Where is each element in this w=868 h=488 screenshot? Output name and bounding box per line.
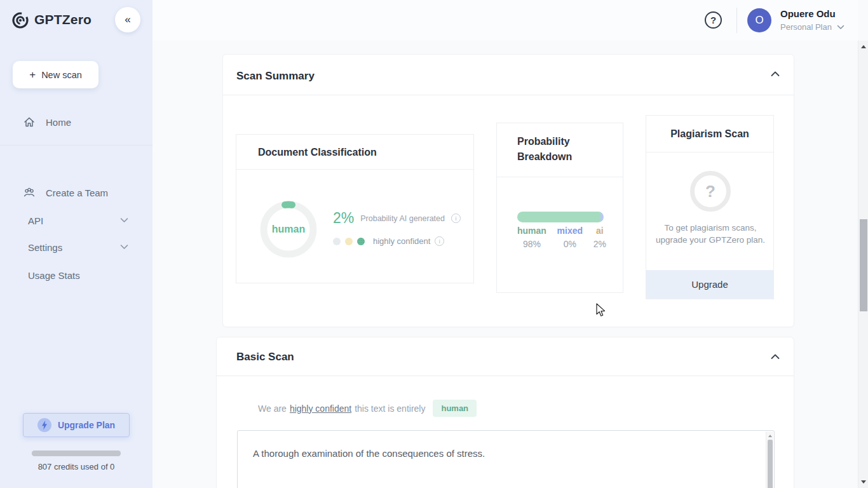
scrollbar-up-arrow[interactable] <box>861 45 866 48</box>
legend-ai-label: ai <box>593 226 606 236</box>
chevron-down-icon <box>120 218 128 224</box>
probability-bar-human-segment <box>517 212 600 222</box>
credits-progress-fill <box>32 451 121 456</box>
card-header: Probability Breakdown <box>497 123 623 177</box>
logo-text: GPTZero <box>34 12 92 27</box>
ai-probability-row: 2% Probability AI generated i <box>333 210 466 227</box>
info-icon[interactable]: i <box>435 236 444 246</box>
plan-label: Personal Plan <box>780 22 832 32</box>
plagiarism-upsell-message: To get plagiarism scans, upgrade your GP… <box>655 222 766 246</box>
scrollbar-thumb[interactable] <box>768 440 773 488</box>
scan-summary-title: Scan Summary <box>236 70 315 83</box>
sidebar-item-label: API <box>28 215 43 226</box>
sidebar-item-usage-stats[interactable]: Usage Stats <box>0 266 153 284</box>
basic-scan-panel: Basic Scan We are highly confident this … <box>216 337 794 488</box>
upgrade-plan-label: Upgrade Plan <box>58 420 115 430</box>
sidebar: GPTZero « + New scan Home Create a Team <box>0 0 153 488</box>
classification-label: human <box>258 199 319 260</box>
sidebar-divider <box>0 145 153 146</box>
confidence-row: highly confident i <box>333 236 466 246</box>
confidence-dot-medium <box>345 238 353 245</box>
scan-summary-panel: Scan Summary Document Classification hum… <box>222 54 794 327</box>
confidence-statement: We are highly confident this text is ent… <box>258 400 477 417</box>
sidebar-item-label: Home <box>46 117 71 128</box>
probability-breakdown-card: Probability Breakdown human 98% mixed 0%… <box>496 123 623 293</box>
chevron-down-icon <box>120 245 128 250</box>
header-divider <box>736 8 737 33</box>
confidence-dot-high <box>357 238 365 245</box>
help-button[interactable]: ? <box>705 11 722 29</box>
legend-ai-value: 2% <box>593 239 606 249</box>
probability-breakdown-title: Probability Breakdown <box>517 134 600 165</box>
sidebar-collapse-button[interactable]: « <box>115 7 140 32</box>
gptzero-logo-icon <box>10 10 31 30</box>
panel-divider <box>217 376 794 376</box>
ai-probability-label: Probability AI generated <box>360 214 445 223</box>
page-scrollbar[interactable] <box>858 41 868 488</box>
collapse-section-icon[interactable] <box>771 354 780 360</box>
scrollbar-thumb[interactable] <box>860 219 867 311</box>
confidence-label: highly confident <box>373 236 430 246</box>
avatar[interactable]: O <box>747 8 771 32</box>
card-header: Document Classification <box>236 135 473 170</box>
sidebar-item-label: Settings <box>28 242 62 253</box>
team-icon <box>23 186 36 199</box>
document-classification-card: Document Classification human 2% Probabi… <box>236 134 474 283</box>
plagiarism-scan-title: Plagiarism Scan <box>646 128 773 140</box>
legend-human-value: 98% <box>517 239 546 249</box>
legend-mixed: mixed 0% <box>557 226 583 249</box>
legend-mixed-label: mixed <box>557 226 583 236</box>
sidebar-item-label: Usage Stats <box>28 270 80 281</box>
ai-probability-value: 2% <box>333 210 354 227</box>
document-textarea[interactable]: A thorough examination of the consequenc… <box>237 430 775 488</box>
statement-suffix: this text is entirely <box>355 403 425 414</box>
legend-human: human 98% <box>517 226 546 249</box>
sidebar-item-create-team[interactable]: Create a Team <box>0 184 153 201</box>
plan-selector[interactable]: Personal Plan <box>780 22 844 32</box>
sidebar-item-api[interactable]: API <box>0 212 153 229</box>
credits-progress-bar <box>32 451 121 456</box>
new-scan-button[interactable]: + New scan <box>13 61 98 88</box>
collapse-section-icon[interactable] <box>771 71 780 77</box>
probability-bar <box>517 212 604 222</box>
new-scan-label: New scan <box>41 70 82 80</box>
mouse-cursor <box>595 303 607 317</box>
classification-details: 2% Probability AI generated i highly con… <box>333 210 466 246</box>
plagiarism-upgrade-button[interactable]: Upgrade <box>646 270 773 299</box>
home-icon <box>23 116 36 128</box>
plus-icon: + <box>29 69 36 81</box>
legend-ai: ai 2% <box>593 226 606 249</box>
statement-prefix: We are <box>258 403 287 414</box>
confidence-dot-low <box>333 238 341 245</box>
sidebar-item-home[interactable]: Home <box>0 113 153 131</box>
scrollbar-up-arrow[interactable] <box>768 435 772 437</box>
probability-legend: human 98% mixed 0% ai 2% <box>517 226 606 249</box>
card-header: Plagiarism Scan <box>646 116 773 152</box>
sidebar-item-label: Create a Team <box>46 187 108 198</box>
document-classification-title: Document Classification <box>258 147 377 158</box>
sidebar-item-settings[interactable]: Settings <box>0 238 153 256</box>
question-mark-icon: ? <box>690 171 731 212</box>
result-badge: human <box>433 400 477 417</box>
gptzero-app: GPTZero « + New scan Home Create a Team <box>0 0 868 488</box>
chevron-down-icon <box>837 25 844 30</box>
legend-human-label: human <box>517 226 546 236</box>
probability-bar-ai-segment <box>600 212 604 222</box>
info-icon[interactable]: i <box>451 214 461 223</box>
basic-scan-title: Basic Scan <box>236 351 294 363</box>
upgrade-plan-button[interactable]: Upgrade Plan <box>23 413 130 437</box>
classification-donut-chart: human <box>258 199 319 260</box>
logo-row: GPTZero « <box>10 8 144 34</box>
bolt-icon <box>37 418 51 432</box>
textarea-scrollbar[interactable] <box>766 431 773 488</box>
document-text: A thorough examination of the consequenc… <box>253 448 485 459</box>
statement-emphasis[interactable]: highly confident <box>290 403 351 414</box>
credits-text: 807 credits used of 0 <box>0 462 153 471</box>
panel-divider <box>223 95 794 95</box>
plagiarism-scan-card: Plagiarism Scan ? To get plagiarism scan… <box>646 115 774 299</box>
scrollbar-down-arrow[interactable] <box>861 480 866 484</box>
user-name: Opuere Odu <box>780 8 836 19</box>
legend-mixed-value: 0% <box>557 239 583 249</box>
top-header: ? O Opuere Odu Personal Plan <box>153 0 858 41</box>
